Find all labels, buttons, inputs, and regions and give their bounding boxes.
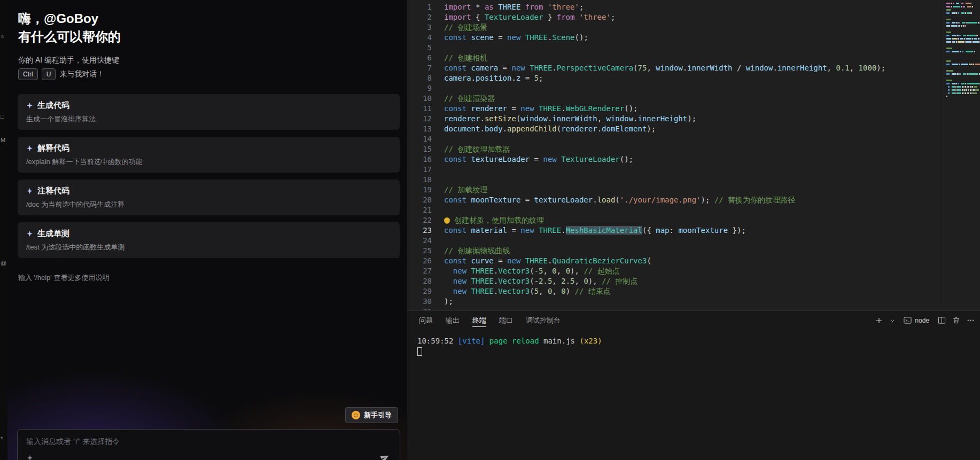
sparkle-icon	[26, 145, 33, 152]
line-number[interactable]: 23	[407, 225, 432, 236]
line-number[interactable]: 24	[407, 236, 432, 246]
terminal-body[interactable]: 10:59:52 [vite] page reload main.js (x23…	[407, 330, 980, 358]
send-icon[interactable]	[378, 450, 394, 460]
line-number[interactable]: 17	[407, 165, 432, 175]
line-number[interactable]: 3	[407, 22, 432, 33]
square-icon[interactable]: □	[1, 113, 4, 120]
panel-actions: node	[875, 315, 975, 325]
line-number[interactable]: 30	[407, 297, 432, 307]
editor-code: import * as THREE from 'three';import { …	[432, 2, 980, 310]
code-line[interactable]: new THREE.Vector3(-5, 0, 0), // 起始点	[444, 266, 980, 276]
card-generate-tests[interactable]: 生成单测 /test 为这段选中的函数生成单测	[18, 222, 400, 258]
greeting-line-2: 有什么可以帮你的	[18, 28, 396, 46]
line-number[interactable]: 12	[407, 114, 432, 124]
split-terminal-icon[interactable]	[938, 316, 946, 324]
m-icon[interactable]: M	[1, 137, 5, 143]
code-line[interactable]: // 创建场景	[444, 22, 980, 33]
code-line[interactable]: import * as THREE from 'three';	[444, 2, 980, 12]
code-line[interactable]: renderer.setSize(window.innerWidth, wind…	[444, 114, 980, 124]
code-line[interactable]: const renderer = new THREE.WebGLRenderer…	[444, 104, 980, 114]
code-line[interactable]: // 创建渲染器	[444, 93, 980, 104]
minimap-content	[946, 2, 980, 101]
code-line[interactable]: new THREE.Vector3(-2.5, 2.5, 0), // 控制点	[444, 276, 980, 286]
line-number[interactable]: 8	[407, 73, 432, 83]
line-number[interactable]: 28	[407, 276, 432, 286]
code-line[interactable]	[444, 205, 980, 215]
line-number[interactable]: 11	[407, 104, 432, 114]
sparkle-icon[interactable]	[26, 454, 34, 460]
code-line[interactable]	[444, 236, 980, 246]
line-number[interactable]: 5	[407, 43, 432, 53]
code-line[interactable]: const curve = new THREE.QuadraticBezierC…	[444, 256, 980, 266]
card-comment-code[interactable]: 注释代码 /doc 为当前选中的代码生成注释	[18, 180, 400, 215]
code-line[interactable]	[444, 165, 980, 175]
line-number[interactable]: 19	[407, 185, 432, 195]
code-line[interactable]	[444, 134, 980, 144]
new-terminal-icon[interactable]	[875, 316, 883, 325]
code-line[interactable]: 创建材质，使用加载的纹理	[444, 215, 980, 225]
card-title: 解释代码	[37, 143, 69, 153]
line-number[interactable]: 7	[407, 63, 432, 73]
line-number[interactable]: 27	[407, 266, 432, 276]
tab-output[interactable]: 输出	[446, 311, 460, 330]
code-area: 1234567891011121314151617181920212223242…	[407, 0, 980, 310]
line-number[interactable]: 4	[407, 33, 432, 43]
line-number[interactable]: 22	[407, 215, 432, 225]
bottom-panel: 问题 输出 终端 端口 调试控制台 node	[407, 310, 980, 460]
code-line[interactable]: const moonTexture = textureLoader.load('…	[444, 195, 980, 205]
card-explain-code[interactable]: 解释代码 /explain 解释一下当前选中函数的功能	[18, 137, 400, 173]
line-number[interactable]: 20	[407, 195, 432, 205]
code-line[interactable]: // 加载纹理	[444, 185, 980, 195]
tab-ports[interactable]: 端口	[499, 311, 513, 330]
asterisk-icon[interactable]: *	[1, 435, 3, 442]
code-line[interactable]: );	[444, 297, 980, 307]
line-number[interactable]: 25	[407, 246, 432, 256]
code-line[interactable]: const textureLoader = new TextureLoader(…	[444, 154, 980, 165]
circle-icon[interactable]: ○	[1, 33, 4, 40]
code-line[interactable]: document.body.appendChild(renderer.domEl…	[444, 124, 980, 134]
onboarding-button[interactable]: ☺ 新手引导	[345, 407, 398, 423]
line-number[interactable]: 1	[407, 2, 432, 12]
code-line[interactable]: camera.position.z = 5;	[444, 73, 980, 83]
line-number[interactable]: 9	[407, 83, 432, 93]
code-line[interactable]: const scene = new THREE.Scene();	[444, 33, 980, 43]
line-number[interactable]: 10	[407, 93, 432, 104]
code-line[interactable]: // 创建纹理加载器	[444, 144, 980, 154]
terminal-dropdown-icon[interactable]	[890, 318, 895, 323]
line-number[interactable]: 18	[407, 175, 432, 185]
tab-debug-console[interactable]: 调试控制台	[526, 311, 561, 330]
lightbulb-icon[interactable]	[444, 217, 450, 223]
code-line[interactable]: new THREE.Vector3(5, 0, 0) // 结束点	[444, 286, 980, 297]
card-generate-code[interactable]: 生成代码 生成一个冒泡排序算法	[18, 94, 400, 130]
line-number[interactable]: 16	[407, 154, 432, 165]
line-number[interactable]: 29	[407, 286, 432, 297]
code-line[interactable]: // 创建抛物线曲线	[444, 246, 980, 256]
panel-header: 问题 输出 终端 端口 调试控制台 node	[407, 311, 980, 330]
at-icon[interactable]: @	[1, 260, 6, 266]
more-actions-icon[interactable]	[967, 316, 975, 324]
line-number[interactable]: 15	[407, 144, 432, 154]
line-number[interactable]: 2	[407, 12, 432, 22]
kill-terminal-icon[interactable]	[952, 316, 960, 324]
line-number[interactable]: 6	[407, 53, 432, 63]
code-editor[interactable]: 1234567891011121314151617181920212223242…	[407, 0, 980, 310]
line-number[interactable]: 21	[407, 205, 432, 215]
chat-input-box[interactable]: 输入消息或者 “/” 来选择指令	[17, 429, 400, 460]
code-line[interactable]: const camera = new THREE.PerspectiveCame…	[444, 63, 980, 73]
terminal-output-line: 10:59:52 [vite] page reload main.js (x23…	[417, 336, 980, 346]
line-number[interactable]: 13	[407, 124, 432, 134]
terminal-instance-node[interactable]: node	[901, 315, 931, 325]
minimap[interactable]	[944, 0, 980, 310]
code-line[interactable]	[444, 175, 980, 185]
line-number[interactable]: 26	[407, 256, 432, 266]
code-line[interactable]: import { TextureLoader } from 'three';	[444, 12, 980, 22]
tab-problems[interactable]: 问题	[419, 311, 433, 330]
code-line[interactable]	[444, 307, 980, 310]
code-line[interactable]: const material = new THREE.MeshBasicMate…	[444, 225, 980, 236]
line-number[interactable]: 31	[407, 307, 432, 310]
code-line[interactable]	[444, 83, 980, 93]
code-line[interactable]: // 创建相机	[444, 53, 980, 63]
code-line[interactable]	[444, 43, 980, 53]
line-number[interactable]: 14	[407, 134, 432, 144]
tab-terminal[interactable]: 终端	[472, 311, 486, 330]
